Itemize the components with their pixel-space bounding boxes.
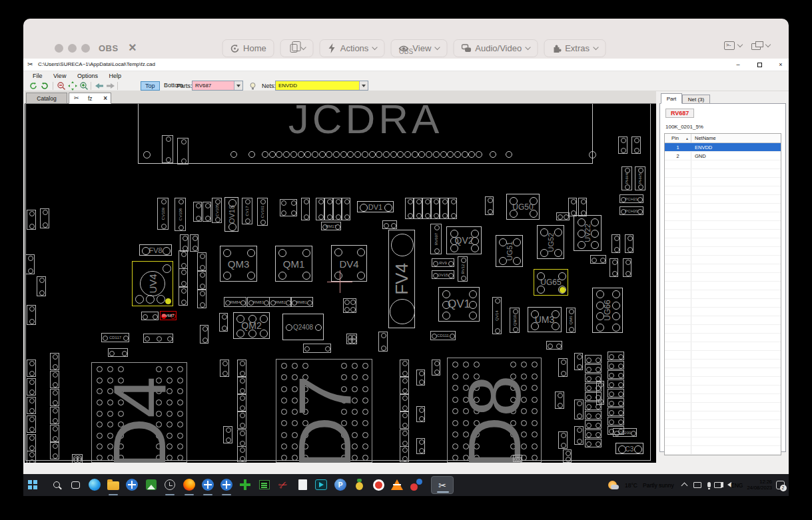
pcb-part-small[interactable] [343, 298, 356, 313]
pcb-part-CV105[interactable]: CV105 [212, 198, 222, 223]
tab-part[interactable]: Part [661, 93, 682, 104]
back-arrow-icon[interactable] [95, 81, 104, 91]
pcb-part-small[interactable] [50, 425, 59, 442]
pcb-part-QM10[interactable]: QM10 [510, 308, 520, 333]
pcb-part-PCH21[interactable]: PCH21 [619, 194, 643, 203]
taskbar-app-sync2[interactable] [218, 477, 234, 493]
minimize-button[interactable]: – [731, 61, 745, 69]
pcb-part-CV161[interactable]: CV161 [257, 198, 268, 226]
pcb-part-small[interactable] [197, 290, 206, 308]
pcb-part-QM2[interactable]: QM2 [233, 312, 270, 339]
pcb-part-small[interactable] [608, 407, 624, 416]
pcb-part-small[interactable] [27, 451, 36, 463]
taskbar-snip[interactable]: ✂ [275, 477, 291, 493]
notification-center[interactable] [772, 477, 788, 493]
pcb-part-small[interactable] [578, 198, 587, 216]
pcb-part-small[interactable] [608, 398, 624, 407]
pcb-part-small[interactable] [25, 254, 35, 274]
zoom-in-icon[interactable] [79, 81, 89, 91]
start-button[interactable] [25, 477, 41, 493]
pcb-part-RM83[interactable]: RM83 [247, 297, 270, 307]
pcb-part-small[interactable] [50, 371, 59, 388]
pcb-part-small[interactable] [27, 434, 36, 451]
menu-view[interactable]: View [53, 73, 66, 79]
pcb-part-small[interactable] [223, 426, 232, 443]
pcb-canvas[interactable]: JCDRAOV18FV8UV4QM3QM1DV4DV1FV4QV2UG50UG5… [25, 104, 656, 463]
close-button[interactable]: × [773, 61, 788, 69]
pcb-part-small[interactable] [400, 429, 409, 447]
taskbar-fruit-app[interactable] [351, 477, 367, 493]
pcb-part-small[interactable] [280, 199, 297, 216]
pcb-part-small[interactable] [585, 420, 602, 429]
pcb-part-small[interactable] [27, 378, 36, 395]
pcb-part-small[interactable] [193, 202, 202, 222]
nets-combobox[interactable]: ENVDD [275, 81, 368, 91]
pcb-part-PCH20[interactable]: PCH20 [619, 206, 643, 215]
forward-arrow-icon[interactable] [106, 81, 115, 91]
pcb-part-small[interactable] [585, 411, 602, 419]
task-view-button[interactable] [67, 477, 83, 493]
pcb-part-small[interactable] [440, 198, 448, 219]
taskbar-fz-viewer-active[interactable]: ✂ [431, 476, 454, 494]
pcb-part-small[interactable] [608, 370, 624, 379]
pcb-part-UV22[interactable]: UV22 [574, 215, 602, 251]
pcb-part-small[interactable] [27, 397, 36, 414]
pcb-part-small[interactable] [27, 415, 36, 433]
pcb-part-small[interactable] [200, 325, 208, 344]
pcb-part-QV2[interactable]: QV2 [446, 226, 482, 254]
tab-fz[interactable]: ✂ fz × [69, 93, 111, 104]
pcb-part-small[interactable] [50, 407, 59, 424]
pcb-part-small[interactable] [400, 411, 409, 429]
taskbar-edge[interactable] [87, 477, 103, 493]
pcb-part-small[interactable] [333, 198, 342, 220]
pcb-part-UM3[interactable]: UM3 [528, 307, 562, 332]
pcb-part-DV1[interactable]: DV1 [357, 201, 394, 212]
pcb-part-small[interactable] [608, 417, 624, 425]
pcb-part-C3[interactable]: C3 [615, 443, 643, 454]
pcb-part-small[interactable] [416, 406, 425, 422]
pcb-part-UG66[interactable]: UG66 [592, 288, 623, 333]
pcb-part-small[interactable] [585, 364, 602, 373]
pcb-part-small[interactable] [400, 360, 409, 377]
pcb-part-small[interactable] [382, 220, 397, 229]
pcb-part-small[interactable] [27, 305, 36, 325]
pcb-part-small[interactable] [558, 431, 568, 449]
language-indicator[interactable]: ENG [731, 482, 743, 489]
pcb-part-DV4[interactable]: DV4 [331, 245, 367, 282]
pcb-part-OV18[interactable]: OV18 [224, 197, 238, 232]
pcb-part-small[interactable] [574, 426, 584, 445]
pcb-part-small[interactable] [237, 360, 246, 377]
highlight-bulb-icon[interactable] [248, 82, 257, 91]
pcb-part-CV17[interactable]: CV17 [242, 198, 252, 224]
pcb-part-small[interactable] [179, 268, 188, 287]
taskbar-target-app[interactable] [370, 477, 386, 493]
pcb-part-RM81[interactable]: RM81 [290, 297, 313, 307]
taskbar-vlc[interactable] [389, 477, 405, 493]
pcb-part-D7[interactable]: D7 [276, 359, 372, 463]
menu-options[interactable]: Options [77, 73, 98, 79]
taskbar-terminal[interactable] [256, 477, 272, 493]
pcb-part-D8[interactable]: D8 [447, 358, 542, 463]
pcb-part-Q2408[interactable]: Q2408 [282, 314, 324, 340]
pcb-part-small[interactable] [50, 442, 59, 459]
pcb-part-UG65[interactable]: UG65 [534, 269, 568, 296]
zoom-fit-icon[interactable] [68, 81, 77, 91]
pcb-part-small[interactable] [237, 446, 246, 462]
pcb-part-small[interactable] [596, 381, 604, 405]
pcb-part-RV9[interactable]: RV9 [432, 258, 454, 267]
pcb-part-small[interactable] [448, 198, 457, 219]
pcb-part-small[interactable] [203, 202, 211, 222]
pcb-part-small[interactable] [611, 234, 620, 253]
taskbar-video-app[interactable] [313, 477, 329, 493]
pcb-part-small[interactable] [143, 334, 173, 343]
pcb-part-small[interactable] [177, 138, 189, 164]
pcb-part-small[interactable] [237, 377, 246, 394]
pcb-part-OV15[interactable]: OV15 [432, 270, 454, 279]
pcb-part-CV108[interactable]: CV108 [175, 198, 186, 231]
pcb-part-CD111[interactable]: CD111 [430, 331, 456, 340]
pcb-part-small[interactable] [608, 389, 624, 397]
pcb-part-CV109[interactable]: CV109 [157, 198, 169, 230]
pcb-part-small[interactable] [513, 455, 522, 462]
pcb-part-QM1[interactable]: QM1 [275, 246, 312, 282]
maximize-button[interactable] [752, 61, 767, 69]
